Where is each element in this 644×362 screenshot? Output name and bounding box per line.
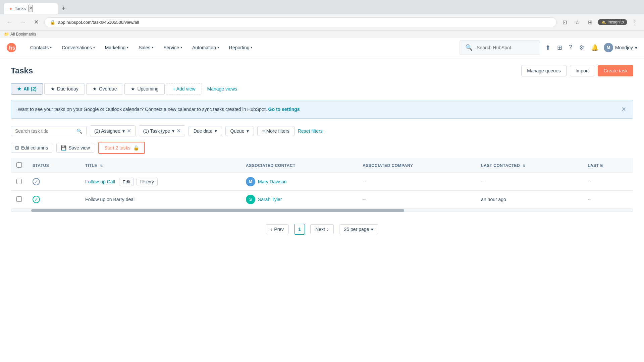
tab-upcoming[interactable]: ★ Upcoming [124, 83, 165, 95]
start-tasks-button[interactable]: Start 2 tasks 🔒 [98, 142, 145, 154]
row2-contact-initials: S [249, 197, 252, 202]
select-all-checkbox[interactable] [16, 162, 22, 168]
nav-contacts[interactable]: Contacts ▾ [25, 42, 56, 53]
help-icon[interactable]: ? [568, 43, 574, 52]
toolbar-row: ⊞ Edit columns 💾 Save view Start 2 tasks… [11, 142, 633, 154]
page-header: Tasks Manage queues Import Create task [11, 65, 633, 76]
row1-task-link[interactable]: Follow-up Call [85, 179, 115, 184]
prev-page-button[interactable]: ‹ Prev [266, 224, 289, 234]
last-contacted-sort-icon[interactable]: ⇅ [523, 164, 526, 168]
nav-reporting[interactable]: Reporting ▾ [224, 42, 257, 53]
row2-company-value: -- [363, 197, 366, 202]
hubspot-app: hs Contacts ▾ Conversations ▾ Marketing … [0, 38, 644, 357]
new-tab-button[interactable]: + [59, 3, 68, 14]
extensions-icon[interactable]: ⊞ [585, 17, 595, 27]
incognito-badge: 🕵 Incognito [598, 19, 627, 25]
row1-contact-name[interactable]: Mary Dawson [258, 179, 287, 184]
header-last-contacted-label: LAST CONTACTED [481, 163, 520, 168]
import-button[interactable]: Import [570, 65, 595, 76]
banner-settings-link[interactable]: Go to settings [268, 107, 300, 112]
banner-close-button[interactable]: ✕ [621, 106, 626, 113]
tab-favicon: ● [9, 6, 12, 11]
header-last-contacted: LAST CONTACTED ⇅ [476, 158, 582, 173]
tab-all-icon: ★ [17, 86, 21, 92]
browser-chrome: ● Tasks × + [0, 0, 644, 14]
task-type-filter-chip[interactable]: (1) Task type ▾ ✕ [139, 125, 185, 136]
banner-content: Want to see your tasks on your Google or… [18, 107, 300, 112]
forward-button[interactable]: → [17, 17, 28, 27]
hubspot-logo[interactable]: hs [7, 43, 16, 52]
tab-overdue[interactable]: ★ Overdue [86, 83, 123, 95]
manage-views-link[interactable]: Manage views [203, 83, 241, 94]
task-type-filter-remove[interactable]: ✕ [176, 128, 181, 134]
user-initials: M [607, 45, 610, 50]
save-view-button[interactable]: 💾 Save view [56, 143, 94, 153]
manage-queues-button[interactable]: Manage queues [521, 65, 566, 76]
row1-last-e-value: -- [588, 179, 591, 184]
reset-filters-link[interactable]: Reset filters [298, 128, 323, 134]
browser-tabs: ● Tasks × + [4, 3, 640, 14]
back-button[interactable]: ← [4, 17, 15, 27]
more-filters-button[interactable]: ≡ More filters [257, 126, 294, 136]
next-page-button[interactable]: Next › [310, 224, 333, 234]
queue-filter-label: Queue [230, 128, 245, 134]
title-sort-icon[interactable]: ⇅ [100, 164, 103, 168]
task-type-filter-chevron: ▾ [172, 128, 174, 134]
row2-contact-cell: S Sarah Tyler [240, 191, 357, 208]
start-tasks-lock-icon: 🔒 [133, 145, 139, 150]
assignee-filter-chip[interactable]: (2) Assignee ▾ ✕ [90, 125, 136, 136]
nav-conversations[interactable]: Conversations ▾ [57, 42, 100, 53]
more-options-icon[interactable]: ⋮ [630, 17, 640, 27]
nav-reporting-chevron: ▾ [251, 46, 252, 49]
notifications-icon[interactable]: 🔔 [590, 43, 600, 53]
header-status: STATUS [27, 158, 80, 173]
tab-close-button[interactable]: × [29, 5, 33, 12]
header-title: TITLE ⇅ [80, 158, 240, 173]
user-name: Moodjoy [615, 45, 633, 50]
nav-marketing-label: Marketing [105, 45, 125, 50]
row1-last-contacted-cell: -- [476, 173, 582, 191]
per-page-selector[interactable]: 25 per page ▾ [339, 224, 379, 234]
nav-marketing[interactable]: Marketing ▾ [100, 42, 133, 53]
nav-automation[interactable]: Automation ▾ [187, 42, 224, 53]
scroll-thumb[interactable] [31, 209, 404, 212]
marketplace-icon[interactable]: ⊞ [556, 43, 564, 53]
cast-icon[interactable]: ⊡ [559, 17, 570, 27]
row1-status-icon[interactable]: ✓ [33, 178, 40, 185]
user-menu[interactable]: M Moodjoy ▾ [604, 43, 637, 52]
page-content: Tasks Manage queues Import Create task ★… [0, 57, 644, 249]
upgrades-icon[interactable]: ⬆ [544, 43, 552, 53]
task-search-input[interactable] [15, 128, 74, 134]
user-menu-chevron: ▾ [635, 45, 637, 50]
edit-columns-button[interactable]: ⊞ Edit columns [11, 143, 52, 153]
reload-button[interactable]: ✕ [31, 17, 42, 27]
bookmark-icon[interactable]: ☆ [572, 17, 582, 27]
global-search: 🔍 [460, 40, 540, 55]
due-date-filter[interactable]: Due date ▾ [189, 126, 222, 136]
assignee-filter-remove[interactable]: ✕ [127, 128, 131, 134]
per-page-chevron: ▾ [371, 227, 373, 232]
tab-due-today[interactable]: ★ Due today [44, 83, 85, 95]
browser-tab-tasks[interactable]: ● Tasks × [4, 3, 58, 14]
assignee-filter-label: (2) Assignee [94, 128, 120, 134]
row1-history-button[interactable]: History [137, 178, 157, 186]
row1-title-cell: Follow-up Call Edit History [80, 173, 240, 191]
add-view-tab[interactable]: + Add view [166, 83, 202, 95]
nav-service[interactable]: Service ▾ [159, 42, 187, 53]
row1-edit-button[interactable]: Edit [119, 178, 134, 186]
settings-icon[interactable]: ⚙ [578, 43, 586, 53]
row2-contact-name[interactable]: Sarah Tyler [258, 197, 282, 202]
queue-filter[interactable]: Queue ▾ [225, 126, 254, 136]
create-task-button[interactable]: Create task [598, 65, 633, 76]
tab-upcoming-icon: ★ [131, 86, 135, 92]
nav-service-chevron: ▾ [180, 46, 182, 49]
row2-status-icon[interactable]: ✓ [33, 196, 40, 203]
tab-all[interactable]: ★ All (2) [11, 83, 43, 95]
next-label: Next [315, 227, 325, 232]
nav-sales[interactable]: Sales ▾ [134, 42, 158, 53]
horizontal-scrollbar[interactable] [11, 208, 633, 212]
global-search-input[interactable] [477, 45, 536, 50]
row1-checkbox[interactable] [16, 179, 22, 184]
row2-checkbox[interactable] [16, 196, 22, 202]
task-type-filter-label: (1) Task type [143, 128, 170, 134]
